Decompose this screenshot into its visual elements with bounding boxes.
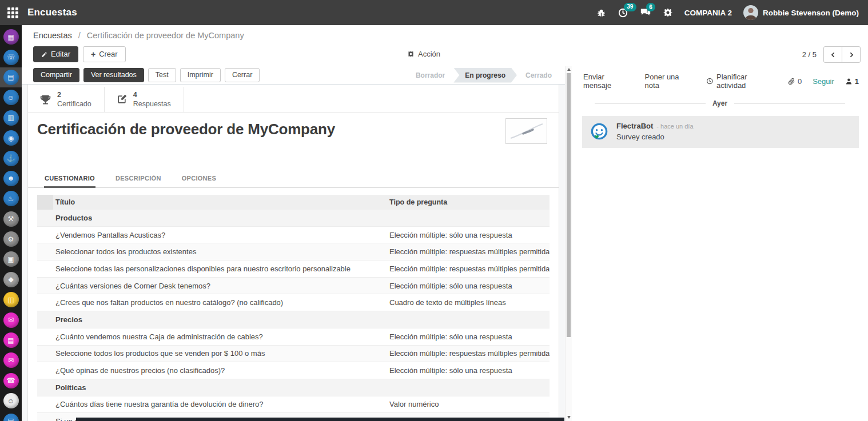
app-icon[interactable]: ◉ [0, 128, 22, 148]
company-switcher[interactable]: COMPANIA 2 [684, 9, 732, 17]
question-row[interactable]: Seleccione todas las personalizaciones d… [37, 260, 550, 278]
stage-en-progreso[interactable]: En progreso [453, 68, 517, 83]
trophy-icon [39, 94, 51, 106]
handle-column-header [37, 195, 53, 210]
chevron-left-icon [830, 51, 836, 58]
chatter-panel: Enviar mensaje Poner una nota Planificar… [572, 66, 868, 421]
tab-opciones[interactable]: OPCIONES [181, 170, 217, 188]
app-circle-glyph: ▤ [3, 70, 19, 85]
messages-icon[interactable]: 6 [640, 7, 651, 18]
log-note-button[interactable]: Poner una nota [645, 73, 691, 90]
app-icon[interactable]: ☏ [0, 47, 22, 67]
statusbar-button-test[interactable]: Test [148, 68, 176, 83]
app-icon[interactable]: ☻ [0, 169, 22, 189]
followers-button[interactable]: 1 [845, 77, 859, 86]
apps-menu-button[interactable] [0, 0, 25, 25]
row-handle [37, 413, 53, 421]
user-menu[interactable]: Robbie Stevenson (Demo) [743, 5, 859, 20]
settings-gears-icon[interactable] [663, 7, 673, 18]
certified-stat-button[interactable]: 2 Certificado [28, 87, 105, 112]
question-type: Elección múltiple: respuestas múltiples … [389, 247, 550, 256]
answers-icon [116, 94, 128, 105]
question-type: Valor numérico [389, 400, 550, 408]
app-icon[interactable]: ☺ [0, 87, 22, 107]
app-icon[interactable]: ▣ [0, 249, 22, 269]
form-sheet: 2 Certificado 4 Respuestas Certificación… [27, 85, 559, 421]
app-icon[interactable]: ♨ [0, 189, 22, 209]
question-row[interactable]: ¿Qué opinas de nuestros precios (no clas… [37, 362, 550, 379]
app-icon[interactable]: ▦ [0, 27, 22, 47]
app-circle-glyph: ▤ [3, 332, 19, 348]
scrollbar-thumb[interactable] [567, 73, 571, 337]
question-row[interactable]: ¿Vendemos Pantallas Acusticas?Elección m… [37, 227, 550, 244]
create-button[interactable]: + Crear [83, 46, 126, 62]
app-icon[interactable]: ⚙ [0, 229, 22, 249]
apps-sidebar: ▦☏▤☺▥◉⚓☻♨⚒⚙▣◆◫✉▤✉☎☺▤ [0, 25, 22, 421]
activities-clock-icon[interactable]: 39 [618, 7, 628, 18]
action-menu[interactable]: Acción [407, 50, 440, 58]
question-row[interactable]: Seleccione todos los productos que se ve… [37, 346, 550, 363]
app-icon[interactable]: ▤ [0, 67, 22, 87]
app-icon[interactable]: ⚓ [0, 148, 22, 168]
question-title: ¿Cuánto vendemos nuestra Caja de adminis… [53, 332, 389, 341]
send-message-button[interactable]: Enviar mensaje [583, 73, 630, 90]
tab-descripción[interactable]: DESCRIPCIÓN [115, 170, 162, 188]
row-handle [37, 328, 53, 345]
statusbar-buttons: CompartirVer resultadosTestImprimirCerra… [33, 68, 260, 83]
app-icon[interactable]: ⚒ [0, 209, 22, 229]
statusbar-button-ver-resultados[interactable]: Ver resultados [83, 68, 144, 83]
pager-next-button[interactable] [842, 46, 861, 63]
app-icon[interactable]: ▤ [0, 411, 22, 421]
statusbar-button-imprimir[interactable]: Imprimir [180, 68, 221, 83]
pager-previous-button[interactable] [823, 46, 842, 63]
app-icon[interactable]: ☎ [0, 371, 22, 391]
schedule-activity-button[interactable]: Planificar actividad [706, 73, 772, 90]
question-row[interactable]: ¿Cuántas versiones de Corner Desk tenemo… [37, 278, 550, 295]
app-title[interactable]: Encuestas [27, 7, 77, 18]
answers-stat-button[interactable]: 4 Respuestas [105, 87, 184, 112]
attachment-count: 0 [798, 77, 802, 86]
app-icon[interactable]: ◆ [0, 270, 22, 290]
stage-borrador[interactable]: Borrador [407, 68, 453, 83]
section-row[interactable]: Políticas [37, 379, 550, 396]
app-icon[interactable]: ✉ [0, 350, 22, 370]
question-row[interactable]: Seleccionar todos los productos existent… [37, 243, 550, 260]
stage-widget: BorradorEn progresoCerrado [407, 66, 560, 84]
section-row[interactable]: Productos [37, 210, 550, 227]
follow-button[interactable]: Seguir [813, 77, 834, 86]
statusbar-button-cerrar[interactable]: Cerrar [225, 68, 260, 83]
question-title: ¿Cuántas versiones de Corner Desk tenemo… [53, 282, 389, 290]
question-row[interactable]: ¿Cuánto vendemos nuestra Caja de adminis… [37, 328, 550, 346]
vertical-scrollbar[interactable] [565, 66, 572, 421]
chatter-message[interactable]: FlectraBot - hace un día Survey creado [582, 116, 859, 148]
question-title: ¿Cuántos días tiene nuestra garantía de … [53, 400, 389, 408]
debug-bug-icon[interactable] [596, 8, 606, 18]
app-icon[interactable]: ✉ [0, 310, 22, 330]
app-icon[interactable]: ▥ [0, 108, 22, 128]
app-icon[interactable]: ▤ [0, 330, 22, 350]
row-handle [37, 227, 53, 243]
message-author[interactable]: FlectraBot [616, 122, 653, 130]
tab-cuestionario[interactable]: CUESTIONARIO [44, 170, 95, 188]
stat-button-box: 2 Certificado 4 Respuestas [28, 87, 559, 113]
statusbar-button-compartir[interactable]: Compartir [33, 68, 79, 83]
row-handle [37, 362, 53, 379]
edit-button[interactable]: Editar [33, 46, 78, 62]
survey-background-image[interactable] [505, 118, 547, 144]
attachments-button[interactable]: 0 [787, 77, 802, 86]
stage-cerrado[interactable]: Cerrado [517, 68, 560, 83]
question-type: Cuadro de texto de múltiples líneas [389, 298, 550, 307]
question-row[interactable]: ¿Crees que nos faltan productos en nuest… [37, 294, 550, 311]
scroll-up-arrow[interactable] [566, 66, 572, 72]
messages-count-badge: 6 [646, 3, 656, 11]
app-circle-glyph: ⚓ [3, 151, 19, 166]
breadcrumb-root[interactable]: Encuestas [33, 31, 72, 40]
question-row[interactable]: ¿Cuántos días tiene nuestra garantía de … [37, 396, 550, 414]
chevron-right-icon [849, 51, 854, 58]
question-title: Seleccionar todos los productos existent… [53, 247, 389, 256]
app-circle-glyph: ▤ [3, 414, 19, 421]
app-icon[interactable]: ◫ [0, 290, 22, 310]
section-row[interactable]: Precios [37, 311, 550, 328]
scroll-down-arrow[interactable] [566, 414, 572, 420]
app-icon[interactable]: ☺ [0, 391, 22, 411]
